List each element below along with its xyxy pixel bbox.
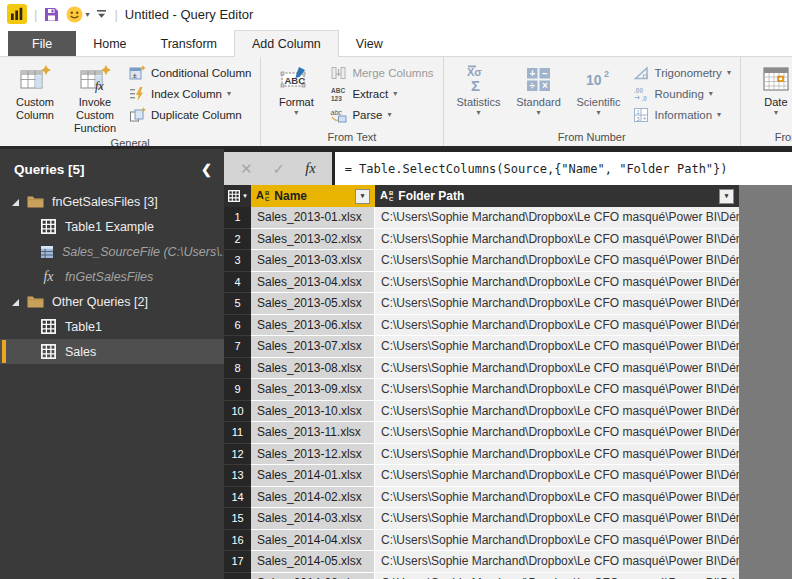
sidebar-item-table1-example[interactable]: Table1 Example	[0, 214, 224, 239]
row-number[interactable]: 2	[224, 229, 251, 251]
cell-folder-path[interactable]: C:\Users\Sophie Marchand\Dropbox\Le CFO …	[375, 272, 739, 294]
duplicate-column-button[interactable]: Duplicate Column	[125, 104, 255, 125]
sidebar-item-fngetsalesfiles[interactable]: fxfnGetSalesFiles	[0, 264, 224, 289]
cell-name[interactable]: Sales_2013-04.xlsx	[251, 272, 375, 294]
row-number[interactable]: 8	[224, 358, 251, 380]
ribbon-group-content: XσΣStatistics▾+−÷×Standard▾102Scientific…	[444, 57, 740, 130]
cell-folder-path[interactable]: C:\Users\Sophie Marchand\Dropbox\Le CFO …	[375, 358, 739, 380]
cell-folder-path[interactable]: C:\Users\Sophie Marchand\Dropbox\Le CFO …	[375, 293, 739, 315]
select-all-columns-button[interactable]: ▾	[224, 185, 251, 207]
sidebar-item-table1[interactable]: Table1	[0, 314, 224, 339]
merge-columns-button[interactable]: Merge Columns	[326, 62, 437, 83]
tab-add-column[interactable]: Add Column	[234, 30, 339, 57]
cell-folder-path[interactable]: C:\Users\Sophie Marchand\Dropbox\Le CFO …	[375, 573, 739, 579]
cell-name[interactable]: Sales_2014-03.xlsx	[251, 508, 375, 530]
cell-folder-path[interactable]: C:\Users\Sophie Marchand\Dropbox\Le CFO …	[375, 444, 739, 466]
information-button[interactable]: 13+Information▾	[629, 104, 735, 125]
sidebar-item-sales-sourcefile-c-users[interactable]: Sales_SourceFile (C:\Users\...	[0, 239, 224, 264]
sidebar-item-other-queries-2[interactable]: Other Queries [2]	[0, 289, 224, 314]
power-bi-logo	[7, 4, 27, 24]
cell-folder-path[interactable]: C:\Users\Sophie Marchand\Dropbox\Le CFO …	[375, 508, 739, 530]
row-number[interactable]: 7	[224, 336, 251, 358]
row-number[interactable]: 13	[224, 465, 251, 487]
chevron-left-icon[interactable]: ❮	[201, 162, 212, 177]
cell-folder-path[interactable]: C:\Users\Sophie Marchand\Dropbox\Le CFO …	[375, 487, 739, 509]
column-header-folder-path[interactable]: ABCFolder Path▾	[375, 185, 739, 207]
row-number[interactable]: 17	[224, 551, 251, 573]
column-header-name[interactable]: ABCName▾	[251, 185, 375, 207]
cell-folder-path[interactable]: C:\Users\Sophie Marchand\Dropbox\Le CFO …	[375, 229, 739, 251]
cell-name[interactable]: Sales_2014-01.xlsx	[251, 465, 375, 487]
filter-button[interactable]: ▾	[719, 189, 734, 204]
row-number[interactable]: 18	[224, 573, 251, 579]
cell-name[interactable]: Sales_2014-06.xlsx	[251, 573, 375, 579]
cell-folder-path[interactable]: C:\Users\Sophie Marchand\Dropbox\Le CFO …	[375, 315, 739, 337]
standard-button[interactable]: +−÷×Standard▾	[509, 60, 569, 117]
formula-input[interactable]: = Table.SelectColumns(Source,{"Name", "F…	[335, 152, 792, 185]
cell-name[interactable]: Sales_2013-08.xlsx	[251, 358, 375, 380]
smiley-feedback-icon[interactable]: ▾	[66, 6, 89, 23]
filter-button[interactable]: ▾	[355, 189, 370, 204]
cancel-formula-icon[interactable]: ✕	[240, 160, 253, 178]
cell-folder-path[interactable]: C:\Users\Sophie Marchand\Dropbox\Le CFO …	[375, 250, 739, 272]
row-number[interactable]: 15	[224, 508, 251, 530]
extract-button[interactable]: ABC123Extract▾	[326, 83, 437, 104]
row-number[interactable]: 1	[224, 207, 251, 229]
sidebar-item-fngetsalesfiles-3[interactable]: fnGetSalesFiles [3]	[0, 189, 224, 214]
format-button[interactable]: ABCFormat▾	[266, 60, 326, 117]
row-number[interactable]: 11	[224, 422, 251, 444]
collapse-ribbon-icon[interactable]	[96, 9, 107, 19]
tab-transform[interactable]: Transform	[144, 31, 235, 56]
row-number[interactable]: 16	[224, 530, 251, 552]
custom-column-button[interactable]: Custom Column	[5, 60, 65, 122]
tab-file[interactable]: File	[8, 31, 76, 56]
cell-name[interactable]: Sales_2013-09.xlsx	[251, 379, 375, 401]
conditional-column-button[interactable]: ±Conditional Column	[125, 62, 255, 83]
cell-folder-path[interactable]: C:\Users\Sophie Marchand\Dropbox\Le CFO …	[375, 379, 739, 401]
row-number[interactable]: 12	[224, 444, 251, 466]
row-number[interactable]: 10	[224, 401, 251, 423]
confirm-formula-icon[interactable]: ✓	[273, 160, 286, 178]
cell-name[interactable]: Sales_2013-12.xlsx	[251, 444, 375, 466]
row-number[interactable]: 3	[224, 250, 251, 272]
cell-name[interactable]: Sales_2014-04.xlsx	[251, 530, 375, 552]
cell-folder-path[interactable]: C:\Users\Sophie Marchand\Dropbox\Le CFO …	[375, 336, 739, 358]
invoke-custom-function-button[interactable]: fxInvoke Custom Function	[65, 60, 125, 136]
cell-folder-path[interactable]: C:\Users\Sophie Marchand\Dropbox\Le CFO …	[375, 465, 739, 487]
cell-name[interactable]: Sales_2013-07.xlsx	[251, 336, 375, 358]
cell-name[interactable]: Sales_2013-11.xlsx	[251, 422, 375, 444]
row-number[interactable]: 5	[224, 293, 251, 315]
row-number[interactable]: 4	[224, 272, 251, 294]
row-number[interactable]: 6	[224, 315, 251, 337]
cell-folder-path[interactable]: C:\Users\Sophie Marchand\Dropbox\Le CFO …	[375, 530, 739, 552]
cell-folder-path[interactable]: C:\Users\Sophie Marchand\Dropbox\Le CFO …	[375, 422, 739, 444]
cell-folder-path[interactable]: C:\Users\Sophie Marchand\Dropbox\Le CFO …	[375, 401, 739, 423]
cell-name[interactable]: Sales_2013-06.xlsx	[251, 315, 375, 337]
cell-name[interactable]: Sales_2014-02.xlsx	[251, 487, 375, 509]
index-column-button[interactable]: Index Column▾	[125, 83, 255, 104]
svg-text:−: −	[542, 67, 548, 78]
tab-view[interactable]: View	[339, 31, 400, 56]
statistics-button[interactable]: XσΣStatistics▾	[449, 60, 509, 117]
scientific-button[interactable]: 102Scientific▾	[569, 60, 629, 117]
tree-expander-icon[interactable]	[12, 295, 19, 309]
cell-name[interactable]: Sales_2013-03.xlsx	[251, 250, 375, 272]
row-number[interactable]: 14	[224, 487, 251, 509]
sidebar-item-sales[interactable]: Sales	[0, 339, 224, 364]
date-button[interactable]: Date▾	[746, 60, 792, 117]
row-number[interactable]: 9	[224, 379, 251, 401]
tree-expander-icon[interactable]	[12, 195, 19, 209]
cell-name[interactable]: Sales_2013-01.xlsx	[251, 207, 375, 229]
cell-name[interactable]: Sales_2013-02.xlsx	[251, 229, 375, 251]
cell-name[interactable]: Sales_2014-05.xlsx	[251, 551, 375, 573]
tab-home[interactable]: Home	[76, 31, 143, 56]
small-button-column: ±Conditional ColumnIndex Column▾Duplicat…	[125, 60, 255, 125]
cell-name[interactable]: Sales_2013-10.xlsx	[251, 401, 375, 423]
cell-folder-path[interactable]: C:\Users\Sophie Marchand\Dropbox\Le CFO …	[375, 207, 739, 229]
trigonometry-button[interactable]: Trigonometry▾	[629, 62, 735, 83]
parse-button[interactable]: abcParse▾	[326, 104, 437, 125]
save-icon[interactable]	[44, 7, 59, 22]
cell-name[interactable]: Sales_2013-05.xlsx	[251, 293, 375, 315]
rounding-button[interactable]: .00.0Rounding▾	[629, 83, 735, 104]
cell-folder-path[interactable]: C:\Users\Sophie Marchand\Dropbox\Le CFO …	[375, 551, 739, 573]
